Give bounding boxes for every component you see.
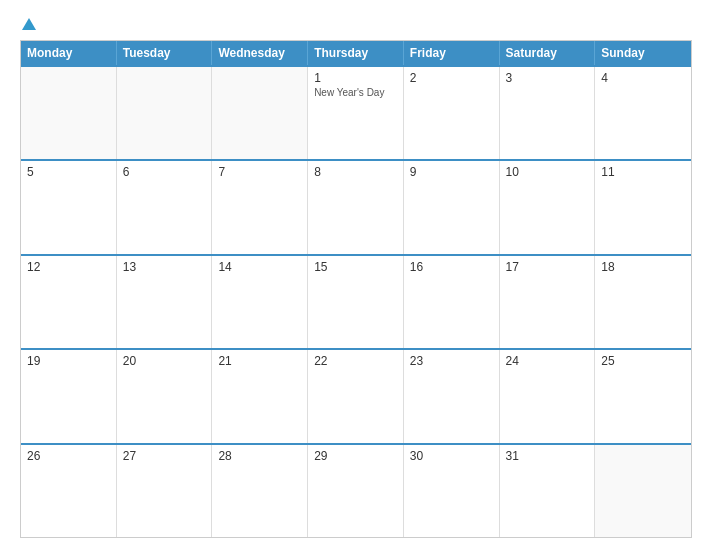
- cal-cell: 18: [595, 256, 691, 348]
- cal-cell: 3: [500, 67, 596, 159]
- cal-cell: 30: [404, 445, 500, 537]
- cal-cell: 5: [21, 161, 117, 253]
- header-day-saturday: Saturday: [500, 41, 596, 65]
- day-number: 18: [601, 260, 685, 274]
- day-number: 22: [314, 354, 397, 368]
- page: MondayTuesdayWednesdayThursdayFridaySatu…: [0, 0, 712, 550]
- cal-cell: 27: [117, 445, 213, 537]
- cal-cell: 8: [308, 161, 404, 253]
- day-number: 27: [123, 449, 206, 463]
- week-row-2: 567891011: [21, 159, 691, 253]
- logo: [20, 18, 36, 32]
- day-number: 1: [314, 71, 397, 85]
- day-number: 20: [123, 354, 206, 368]
- day-number: 31: [506, 449, 589, 463]
- cal-cell: [117, 67, 213, 159]
- day-number: 23: [410, 354, 493, 368]
- day-number: 12: [27, 260, 110, 274]
- day-number: 7: [218, 165, 301, 179]
- calendar-header-row: MondayTuesdayWednesdayThursdayFridaySatu…: [21, 41, 691, 65]
- cal-cell: 26: [21, 445, 117, 537]
- day-number: 9: [410, 165, 493, 179]
- cal-cell: 4: [595, 67, 691, 159]
- day-number: 11: [601, 165, 685, 179]
- cal-cell: 2: [404, 67, 500, 159]
- day-number: 5: [27, 165, 110, 179]
- day-number: 19: [27, 354, 110, 368]
- day-number: 25: [601, 354, 685, 368]
- cal-cell: 20: [117, 350, 213, 442]
- logo-triangle-icon: [22, 18, 36, 30]
- cal-cell: 14: [212, 256, 308, 348]
- cal-cell: 12: [21, 256, 117, 348]
- day-number: 26: [27, 449, 110, 463]
- cal-cell: 24: [500, 350, 596, 442]
- calendar: MondayTuesdayWednesdayThursdayFridaySatu…: [20, 40, 692, 538]
- header: [20, 18, 692, 32]
- calendar-body: 1New Year's Day2345678910111213141516171…: [21, 65, 691, 537]
- cal-cell: 7: [212, 161, 308, 253]
- cal-cell: 1New Year's Day: [308, 67, 404, 159]
- cal-cell: 15: [308, 256, 404, 348]
- day-number: 2: [410, 71, 493, 85]
- cal-cell: 10: [500, 161, 596, 253]
- cal-cell: [212, 67, 308, 159]
- header-day-friday: Friday: [404, 41, 500, 65]
- day-number: 14: [218, 260, 301, 274]
- day-number: 8: [314, 165, 397, 179]
- cal-cell: 23: [404, 350, 500, 442]
- header-day-sunday: Sunday: [595, 41, 691, 65]
- day-number: 16: [410, 260, 493, 274]
- day-number: 10: [506, 165, 589, 179]
- cal-cell: 16: [404, 256, 500, 348]
- cal-cell: 9: [404, 161, 500, 253]
- holiday-label: New Year's Day: [314, 87, 397, 98]
- week-row-4: 19202122232425: [21, 348, 691, 442]
- cal-cell: 29: [308, 445, 404, 537]
- cal-cell: [21, 67, 117, 159]
- day-number: 15: [314, 260, 397, 274]
- day-number: 24: [506, 354, 589, 368]
- cal-cell: [595, 445, 691, 537]
- cal-cell: 19: [21, 350, 117, 442]
- header-day-thursday: Thursday: [308, 41, 404, 65]
- header-day-wednesday: Wednesday: [212, 41, 308, 65]
- cal-cell: 22: [308, 350, 404, 442]
- cal-cell: 11: [595, 161, 691, 253]
- cal-cell: 13: [117, 256, 213, 348]
- week-row-3: 12131415161718: [21, 254, 691, 348]
- week-row-5: 262728293031: [21, 443, 691, 537]
- day-number: 3: [506, 71, 589, 85]
- cal-cell: 17: [500, 256, 596, 348]
- day-number: 21: [218, 354, 301, 368]
- day-number: 30: [410, 449, 493, 463]
- day-number: 13: [123, 260, 206, 274]
- cal-cell: 6: [117, 161, 213, 253]
- day-number: 6: [123, 165, 206, 179]
- header-day-monday: Monday: [21, 41, 117, 65]
- day-number: 4: [601, 71, 685, 85]
- header-day-tuesday: Tuesday: [117, 41, 213, 65]
- day-number: 17: [506, 260, 589, 274]
- day-number: 28: [218, 449, 301, 463]
- cal-cell: 31: [500, 445, 596, 537]
- cal-cell: 28: [212, 445, 308, 537]
- cal-cell: 21: [212, 350, 308, 442]
- day-number: 29: [314, 449, 397, 463]
- week-row-1: 1New Year's Day234: [21, 65, 691, 159]
- cal-cell: 25: [595, 350, 691, 442]
